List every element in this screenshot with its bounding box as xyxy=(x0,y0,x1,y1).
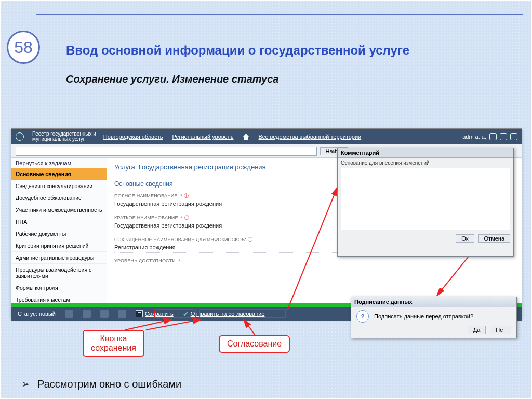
export-icon[interactable] xyxy=(118,310,126,318)
chevron-right-icon: ➢ xyxy=(21,378,30,390)
sidebar-item[interactable]: Рабочие документы xyxy=(11,228,107,240)
sidebar-item[interactable]: Критерии принятия решений xyxy=(11,240,107,252)
sidebar: Вернуться к задачам Основные сведения Св… xyxy=(11,158,107,303)
comment-textarea[interactable] xyxy=(341,168,510,230)
app-logo-icon xyxy=(16,132,24,141)
info-icon[interactable] xyxy=(500,133,507,140)
comment-dialog-title: Комментарий xyxy=(338,148,513,158)
comment-cancel-button[interactable]: Отмена xyxy=(478,234,510,243)
status-label: Статус: новый xyxy=(18,311,56,317)
app-topbar: Реестр государственных и муниципальных у… xyxy=(11,129,522,144)
search-input[interactable] xyxy=(16,147,317,156)
svg-line-1 xyxy=(146,320,201,330)
footer-text: Рассмотрим окно с ошибками xyxy=(37,378,181,390)
sign-no-button[interactable]: Нет xyxy=(490,326,511,334)
floppy-icon xyxy=(136,310,143,317)
user-name: adm a. a. xyxy=(462,134,486,140)
back-link[interactable]: Вернуться к задачам xyxy=(11,158,107,168)
nav-scope[interactable]: Все ведомства выбранной территории xyxy=(258,134,361,140)
comment-dialog: Комментарий Основание для внесения измен… xyxy=(337,148,514,257)
sign-yes-button[interactable]: Да xyxy=(468,326,486,334)
help-icon[interactable]: ⓘ xyxy=(248,237,252,242)
slide-number: 58 xyxy=(7,31,40,64)
sidebar-item[interactable]: Административные процедуры xyxy=(11,252,107,264)
sign-dialog-title: Подписание данных xyxy=(351,297,516,307)
registry-title: Реестр государственных и муниципальных у… xyxy=(32,131,96,142)
footer-bullet: ➢ Рассмотрим окно с ошибками xyxy=(21,378,181,390)
sidebar-item[interactable]: Участники и межведомственность xyxy=(11,204,107,216)
chat-icon[interactable] xyxy=(489,133,497,140)
sign-dialog: Подписание данных ? Подписать данные пер… xyxy=(351,297,517,338)
print-icon[interactable] xyxy=(65,310,73,318)
callout-approve: Согласование xyxy=(219,335,290,353)
service-prefix: Услуга: xyxy=(114,163,139,171)
nav-region[interactable]: Новгородская область xyxy=(103,134,163,140)
sidebar-item[interactable]: Требования к местам предоставления xyxy=(11,294,107,303)
help-icon[interactable]: ⓘ xyxy=(184,193,189,198)
sidebar-item[interactable]: Формы контроля xyxy=(11,282,107,294)
sidebar-item[interactable]: Процедуры взаимодействия с заявителями xyxy=(11,264,107,282)
svg-line-0 xyxy=(125,320,172,330)
callout-save: Кнопка сохранения xyxy=(83,330,144,357)
help-icon[interactable]: ⓘ xyxy=(184,215,189,220)
monitor-icon[interactable] xyxy=(83,310,91,318)
comment-ok-button[interactable]: Ок xyxy=(456,234,474,243)
svg-line-2 xyxy=(244,320,255,335)
sidebar-item[interactable]: Досудебное обжалование xyxy=(11,192,107,204)
field-label-access: УРОВЕНЬ ДОСТУПНОСТИ: * xyxy=(114,258,514,263)
highlight-send xyxy=(199,309,286,318)
nav-level[interactable]: Региональный уровень xyxy=(172,134,233,140)
sidebar-item[interactable]: Сведения о консультировании xyxy=(11,180,107,192)
doc-icon[interactable] xyxy=(100,310,109,318)
sidebar-item[interactable]: НПА xyxy=(11,216,107,228)
slide-title: Ввод основной информации о государственн… xyxy=(66,43,516,58)
sign-dialog-text: Подписать данные перед отправкой? xyxy=(374,313,473,320)
question-icon: ? xyxy=(356,310,369,323)
service-name: Государственная регистрация рождения xyxy=(139,163,266,171)
home-icon[interactable] xyxy=(243,134,249,140)
logout-icon[interactable] xyxy=(510,133,517,140)
comment-dialog-label: Основание для внесения изменений xyxy=(338,158,513,168)
highlight-save xyxy=(154,309,196,318)
sidebar-item[interactable]: Основные сведения xyxy=(11,168,107,180)
slide-subtitle: Сохранение услуги. Изменение статуса xyxy=(66,73,278,85)
